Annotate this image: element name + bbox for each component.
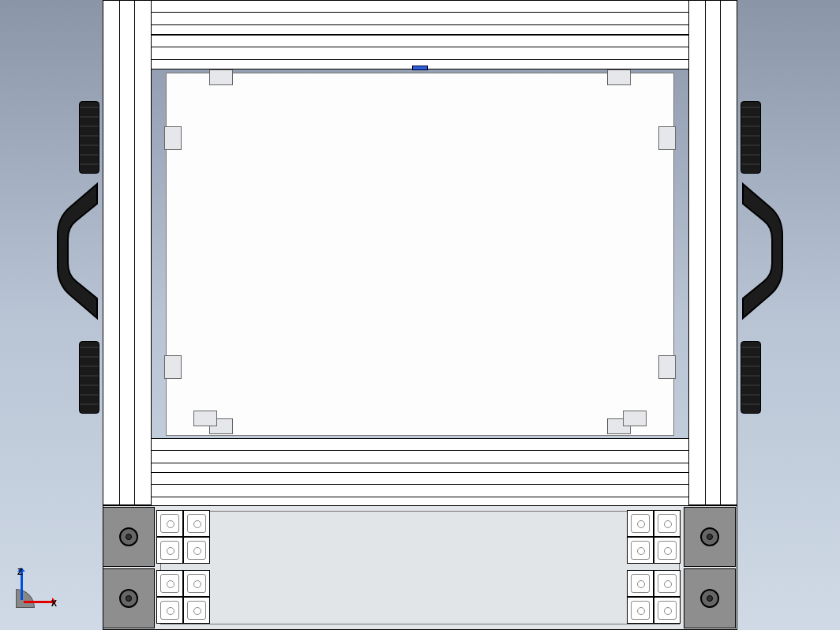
panel-tab	[658, 126, 676, 150]
bolt-icon	[700, 527, 719, 546]
top-center-clip	[412, 66, 428, 70]
handle-right	[739, 180, 786, 322]
panel-tab	[164, 355, 182, 379]
extrusion-cross-section-left	[156, 505, 213, 630]
hinge-right-upper	[741, 101, 761, 174]
horizontal-rail-2	[152, 35, 688, 69]
triad-origin-icon	[16, 589, 35, 608]
horizontal-rail-1	[152, 0, 688, 35]
bolt-icon	[119, 527, 138, 546]
center-panel	[166, 73, 674, 436]
panel-tab	[658, 355, 676, 379]
corner-bracket-right	[684, 505, 737, 630]
axis-z-label: Z	[17, 567, 23, 576]
bolt-icon	[700, 589, 719, 608]
horizontal-rail-3	[152, 438, 688, 473]
corner-bracket-left	[103, 505, 156, 630]
horizontal-rail-4	[152, 472, 688, 507]
axis-x-label: X	[51, 598, 57, 608]
hinge-left-lower	[79, 341, 99, 414]
coordinate-triad[interactable]: Z X	[16, 568, 55, 608]
lower-tray-inner	[160, 511, 680, 624]
handle-left	[54, 180, 101, 322]
cad-3d-viewport[interactable]: Z X	[0, 0, 840, 630]
panel-tab	[164, 126, 182, 150]
assembly-front-view	[103, 0, 737, 630]
hinge-left-upper	[79, 101, 99, 174]
panel-tab	[193, 411, 217, 426]
bolt-icon	[119, 589, 138, 608]
panel-tab	[607, 69, 631, 85]
vertical-rail-right	[688, 0, 737, 505]
panel-tab	[209, 69, 233, 85]
panel-tab	[623, 411, 647, 426]
extrusion-cross-section-right	[627, 505, 684, 630]
hinge-right-lower	[741, 341, 761, 414]
vertical-rail-left	[103, 0, 152, 505]
